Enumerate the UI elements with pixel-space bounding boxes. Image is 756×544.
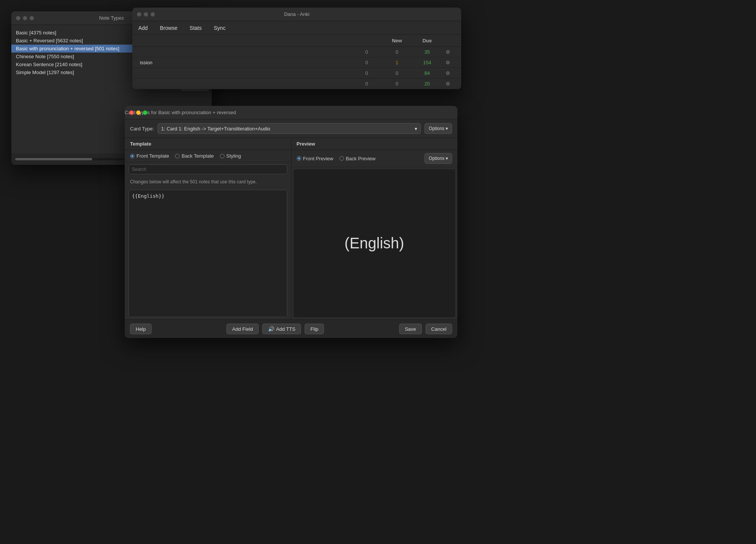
template-left: Template Front Template Back Template St… — [125, 138, 291, 319]
preview-area: (English) — [294, 169, 455, 317]
bottom-bar: Help Add Field 🔊 Add TTS Flip Save Cance… — [125, 319, 457, 338]
anki-minimize-button[interactable] — [144, 12, 148, 17]
gear-icon[interactable]: ⚙ — [442, 60, 454, 65]
deck-learn: 0 — [382, 49, 412, 55]
anki-title-bar: Dana - Anki — [132, 8, 461, 21]
save-button[interactable]: Save — [399, 324, 422, 334]
card-type-options-button[interactable]: Options ▾ — [424, 123, 452, 134]
deck-new: 0 — [352, 70, 382, 76]
add-tts-label: Add TTS — [276, 326, 295, 332]
ct-traffic-lights — [129, 110, 147, 115]
deck-learn: 1 — [382, 60, 412, 65]
tts-icon: 🔊 — [268, 326, 274, 332]
preview-options-button[interactable]: Options ▾ — [424, 153, 452, 164]
back-template-label: Back Template — [181, 153, 214, 159]
search-placeholder: Search — [132, 167, 146, 172]
note-types-title: Note Types — [99, 15, 124, 21]
front-preview-label: Front Preview — [303, 156, 333, 161]
anki-title: Dana - Anki — [284, 11, 309, 17]
preview-text: (English) — [344, 235, 404, 252]
dropdown-arrow-icon: ▾ — [415, 126, 417, 132]
template-section-header: Template — [125, 138, 291, 150]
deck-learn: 0 — [382, 81, 412, 87]
gear-icon[interactable]: ⚙ — [442, 81, 454, 87]
menu-sync[interactable]: Sync — [208, 21, 232, 34]
back-template-radio[interactable]: Back Template — [175, 153, 214, 159]
add-tts-button[interactable]: 🔊 Add TTS — [262, 324, 301, 334]
deck-row: 0 0 20 ⚙ — [132, 79, 461, 89]
anki-content: New Due 0 0 35 ⚙ ission 0 1 154 ⚙ 0 0 84… — [132, 35, 461, 89]
card-types-title-bar: Card Types for Basic with pronunciation … — [125, 106, 457, 119]
template-section: Template Front Template Back Template St… — [125, 138, 457, 319]
deck-row: 0 0 35 ⚙ — [132, 47, 461, 57]
maximize-button[interactable] — [29, 16, 34, 20]
header-new: New — [382, 38, 412, 43]
anki-main-window: Dana - Anki Add Browse Stats Sync New Du… — [132, 8, 461, 89]
anki-traffic-lights — [137, 12, 155, 17]
deck-new: 0 — [352, 60, 382, 65]
front-template-label: Front Template — [136, 153, 169, 159]
card-type-label: Card Type: — [130, 126, 154, 132]
menu-stats[interactable]: Stats — [184, 21, 208, 34]
deck-due: 35 — [412, 49, 442, 55]
back-preview-radio[interactable]: Back Preview — [339, 156, 376, 161]
info-text: Changes below will affect the 501 notes … — [125, 177, 291, 188]
deck-row: ission 0 1 154 ⚙ — [132, 57, 461, 68]
styling-radio[interactable]: Styling — [220, 153, 241, 159]
traffic-lights — [16, 16, 34, 20]
back-preview-label: Back Preview — [346, 156, 376, 161]
deck-due: 154 — [412, 60, 442, 65]
ct-minimize-button[interactable] — [136, 110, 141, 115]
gear-icon[interactable]: ⚙ — [442, 49, 454, 55]
flip-button[interactable]: Flip — [305, 324, 324, 334]
template-editor[interactable]: {{English}} — [129, 190, 287, 317]
cancel-button[interactable]: Cancel — [426, 324, 452, 334]
card-type-selector-row: Card Type: 1: Card 1: English -> Target+… — [125, 119, 457, 138]
deck-new: 0 — [352, 49, 382, 55]
deck-due: 20 — [412, 81, 442, 87]
back-preview-radio-circle — [339, 156, 344, 161]
template-right: Preview Front Preview Back Preview Optio… — [291, 138, 458, 319]
front-preview-radio[interactable]: Front Preview — [297, 156, 333, 161]
add-field-button[interactable]: Add Field — [226, 324, 259, 334]
gear-icon[interactable]: ⚙ — [442, 70, 454, 76]
preview-section-header: Preview — [291, 138, 458, 150]
header-due: Due — [412, 38, 442, 43]
card-type-value: 1: Card 1: English -> Target+Translitera… — [161, 126, 270, 132]
deck-learn: 0 — [382, 70, 412, 76]
deck-header: New Due — [132, 35, 461, 47]
anki-close-button[interactable] — [137, 12, 141, 17]
styling-label: Styling — [226, 153, 241, 159]
styling-radio-circle — [220, 154, 225, 158]
anki-menu-bar: Add Browse Stats Sync — [132, 21, 461, 35]
template-radio-group: Front Template Back Template Styling — [125, 150, 291, 162]
preview-label: Preview — [297, 141, 315, 147]
front-template-radio-circle — [130, 154, 135, 158]
minimize-button[interactable] — [23, 16, 27, 20]
anki-maximize-button[interactable] — [150, 12, 155, 17]
search-input[interactable]: Search — [129, 164, 287, 174]
deck-name: ission — [140, 60, 352, 65]
close-button[interactable] — [16, 16, 20, 20]
ct-close-button[interactable] — [129, 110, 134, 115]
preview-radio-group: Front Preview Back Preview Options ▾ — [291, 150, 458, 167]
menu-add[interactable]: Add — [132, 21, 154, 34]
deck-due: 84 — [412, 70, 442, 76]
help-button[interactable]: Help — [130, 324, 152, 334]
deck-row: 0 0 84 ⚙ — [132, 68, 461, 79]
front-preview-radio-circle — [297, 156, 301, 161]
front-template-radio[interactable]: Front Template — [130, 153, 169, 159]
card-types-window: Card Types for Basic with pronunciation … — [125, 106, 457, 338]
template-content: {{English}} — [132, 193, 164, 199]
ct-maximize-button[interactable] — [143, 110, 147, 115]
card-type-dropdown[interactable]: 1: Card 1: English -> Target+Translitera… — [158, 123, 421, 134]
back-template-radio-circle — [175, 154, 180, 158]
deck-new: 0 — [352, 81, 382, 87]
menu-browse[interactable]: Browse — [154, 21, 184, 34]
